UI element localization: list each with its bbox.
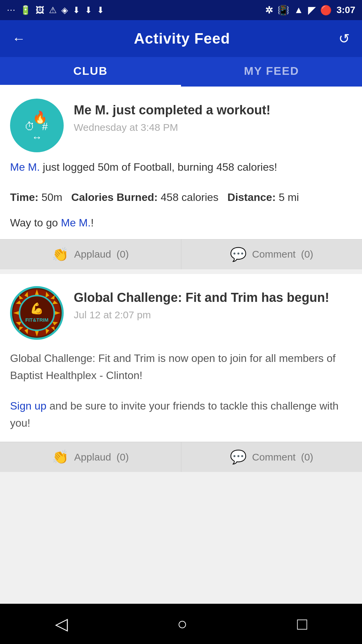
- battery-alert-icon: 🔋: [20, 5, 31, 15]
- post-workout-user-link[interactable]: Me M.: [10, 161, 40, 173]
- time-display: 3:07: [337, 5, 355, 15]
- svg-text:↔: ↔: [32, 131, 42, 143]
- page-title: Activity Feed: [134, 30, 230, 47]
- status-bar: ⋯ 🔋 🖼 ⚠ ◈ ⬇ ⬇ ⬇ ✲ 📳 ▲ ◤ 🔴 3:07: [0, 0, 362, 20]
- post-workout-body: Me M. just logged 50m of Football, burni…: [0, 159, 362, 184]
- refresh-button[interactable]: ↺: [339, 31, 350, 46]
- applaud-label-2: Applaud: [74, 451, 111, 463]
- dropbox-icon: ◈: [61, 5, 68, 15]
- download2-icon: ⬇: [85, 5, 92, 15]
- comment-button-workout[interactable]: 💬 Comment (0): [181, 239, 362, 269]
- download3-icon: ⬇: [97, 5, 104, 15]
- back-button[interactable]: ←: [12, 31, 25, 46]
- notification-icon: ⋯: [7, 5, 15, 15]
- post-challenge-card: 💪 FIT&TRIM Global Challenge: Fit and Tri…: [0, 274, 362, 472]
- nav-recent-button[interactable]: □: [297, 614, 307, 634]
- workout-avatar-svg: 🔥 ⏱ # ↔: [17, 105, 57, 146]
- post-challenge-description: Global Challenge: Fit and Trim is now op…: [0, 346, 362, 394]
- fittrim-avatar: 💪 FIT&TRIM: [10, 286, 64, 340]
- bottom-nav: ◁ ○ □: [0, 604, 362, 644]
- post-workout-stats: Time: 50m Calories Burned: 458 calories …: [0, 184, 362, 217]
- svg-text:⏱: ⏱: [24, 121, 35, 132]
- nav-back-button[interactable]: ◁: [55, 614, 68, 634]
- post-workout-header: 🔥 ⏱ # ↔ Me M. just completed a workout! …: [0, 87, 362, 159]
- svg-text:💪: 💪: [30, 302, 44, 315]
- download1-icon: ⬇: [73, 5, 80, 15]
- post-challenge-meta: Global Challenge: Fit and Trim has begun…: [74, 286, 352, 321]
- post-challenge-title: Global Challenge: Fit and Trim has begun…: [74, 289, 352, 306]
- post-challenge-header: 💪 FIT&TRIM Global Challenge: Fit and Tri…: [0, 274, 362, 346]
- svg-text:FIT&TRIM: FIT&TRIM: [25, 317, 48, 322]
- post-workout-time: Wednesday at 3:48 PM: [74, 122, 352, 133]
- applaud-button-challenge[interactable]: 👏 Applaud (0): [0, 442, 181, 472]
- wifi-icon: ▲: [294, 5, 303, 15]
- signal-icon: ◤: [308, 5, 315, 16]
- tab-bar: CLUB MY FEED: [0, 57, 362, 87]
- comment-label: Comment: [252, 249, 296, 260]
- post-challenge-actions: 👏 Applaud (0) 💬 Comment (0): [0, 442, 362, 472]
- vibrate-icon: 📳: [278, 5, 289, 16]
- applaud-icon-2: 👏: [52, 449, 69, 465]
- bluetooth-icon: ✲: [265, 5, 273, 16]
- post-workout-actions: 👏 Applaud (0) 💬 Comment (0): [0, 239, 362, 269]
- status-icons-right: ✲ 📳 ▲ ◤ 🔴 3:07: [265, 5, 355, 16]
- comment-icon: 💬: [230, 247, 247, 262]
- signup-link[interactable]: Sign up: [10, 400, 47, 412]
- comment-count: (0): [301, 249, 313, 260]
- post-challenge-time: Jul 12 at 2:07 pm: [74, 309, 352, 321]
- applaud-count: (0): [116, 249, 129, 260]
- tab-club[interactable]: CLUB: [0, 57, 181, 87]
- tab-my-feed[interactable]: MY FEED: [181, 57, 362, 87]
- fittrim-svg: 💪 FIT&TRIM: [12, 286, 62, 340]
- workout-avatar: 🔥 ⏱ # ↔: [10, 99, 64, 152]
- content-area: 🔥 ⏱ # ↔ Me M. just completed a workout! …: [0, 87, 362, 472]
- post-workout-encouragement: Way to go Me M.!: [0, 217, 362, 239]
- image-icon: 🖼: [36, 5, 44, 15]
- applaud-label: Applaud: [74, 249, 111, 260]
- post-workout-title: Me M. just completed a workout!: [74, 102, 352, 118]
- applaud-count-2: (0): [116, 451, 129, 463]
- status-icons-left: ⋯ 🔋 🖼 ⚠ ◈ ⬇ ⬇ ⬇: [7, 5, 104, 15]
- post-challenge-signup: Sign up and be sure to invite your frien…: [0, 394, 362, 442]
- comment-button-challenge[interactable]: 💬 Comment (0): [181, 442, 362, 472]
- post-workout-card: 🔥 ⏱ # ↔ Me M. just completed a workout! …: [0, 87, 362, 269]
- app-header: ← Activity Feed ↺: [0, 20, 362, 57]
- post-workout-meta: Me M. just completed a workout! Wednesda…: [74, 99, 352, 133]
- post-workout-encouragement-link[interactable]: Me M.: [61, 217, 91, 229]
- warning-icon: ⚠: [49, 5, 57, 15]
- applaud-button-workout[interactable]: 👏 Applaud (0): [0, 239, 181, 269]
- applaud-icon: 👏: [52, 247, 69, 262]
- svg-text:#: #: [42, 121, 48, 132]
- nav-home-button[interactable]: ○: [177, 614, 187, 634]
- comment-count-2: (0): [301, 451, 313, 463]
- comment-icon-2: 💬: [230, 449, 247, 465]
- battery-icon: 🔴: [320, 5, 332, 16]
- comment-label-2: Comment: [252, 451, 296, 463]
